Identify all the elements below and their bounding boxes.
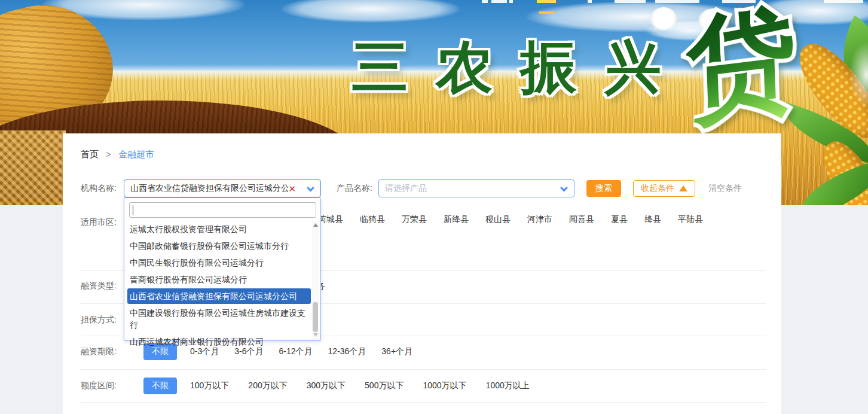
- search-button[interactable]: 搜索: [586, 180, 621, 197]
- term-option[interactable]: 36+个月: [381, 346, 412, 357]
- region-label: 适用市区:: [81, 217, 124, 228]
- amount-option[interactable]: 200万以下: [248, 380, 287, 391]
- dropdown-option[interactable]: 中国建设银行股份有限公司运城住房城市建设支行: [124, 305, 313, 333]
- product-select[interactable]: 请选择产品: [378, 179, 574, 197]
- content-panel: 首页 > 金融超市 机构名称: 山西省农业信贷融资担保有限公司运城分公司 ✕ 产…: [63, 133, 781, 414]
- region-option[interactable]: 万荣县: [402, 214, 427, 225]
- cloud-art: [281, 0, 460, 23]
- filter-row-search: 机构名称: 山西省农业信贷融资担保有限公司运城分公司 ✕ 产品名称: 请选择产品…: [63, 179, 781, 197]
- amount-options: 100万以下 200万以下 300万以下 500万以下 1000万以下 1000…: [190, 380, 549, 391]
- region-option[interactable]: 闻喜县: [569, 214, 594, 225]
- region-option[interactable]: 芮城县: [318, 214, 343, 225]
- product-name-label: 产品名称:: [337, 183, 378, 194]
- dropdown-option-selected[interactable]: 山西省农业信贷融资担保有限公司运城分公司: [127, 288, 311, 304]
- dropdown-option[interactable]: 山西运城农村商业银行股份有限公司: [124, 333, 313, 350]
- top-nav-item[interactable]: [482, 0, 488, 3]
- banner-title: 三农振兴: [352, 30, 689, 106]
- region-option[interactable]: 绛县: [644, 214, 661, 225]
- banner-accent-character: 贷 贷: [684, 0, 820, 145]
- dropdown-option[interactable]: 运城太行股权投资管理有限公司: [124, 221, 313, 238]
- breadcrumb-home-link[interactable]: 首页: [81, 149, 99, 159]
- amount-option[interactable]: 500万以下: [365, 380, 404, 391]
- region-option[interactable]: 新绛县: [444, 214, 469, 225]
- region-option[interactable]: 临猗县: [360, 214, 385, 225]
- scroll-up-arrow-icon[interactable]: [313, 223, 318, 227]
- basket-art: [0, 130, 66, 205]
- product-select-placeholder: 请选择产品: [385, 183, 561, 194]
- finance-type-label: 融资类型:: [81, 281, 124, 291]
- nav-active-underline: [539, 11, 555, 14]
- top-nav-item[interactable]: [655, 0, 699, 3]
- dropdown-option[interactable]: 中国民生银行股份有限公司运城分行: [124, 254, 313, 271]
- chevron-down-icon[interactable]: [560, 184, 568, 191]
- top-nav-item[interactable]: [491, 0, 507, 3]
- amount-option[interactable]: 1000万以下: [423, 380, 466, 391]
- breadcrumb: 首页 > 金融超市: [81, 149, 154, 160]
- dropdown-option[interactable]: 中国邮政储蓄银行股份有限公司运城市分行: [124, 238, 313, 254]
- region-option[interactable]: 稷山县: [485, 214, 511, 225]
- amount-label: 额度区间:: [81, 380, 124, 391]
- clear-conditions-button[interactable]: 清空条件: [708, 183, 742, 194]
- guarantee-label: 担保方式:: [81, 315, 124, 325]
- collapse-conditions-button[interactable]: 收起条件: [633, 180, 695, 197]
- top-nav-item-active[interactable]: [537, 0, 556, 3]
- region-option[interactable]: 平陆县: [678, 214, 703, 225]
- dropdown-option-list: 运城太行股权投资管理有限公司 中国邮政储蓄银行股份有限公司运城市分行 中国民生银…: [124, 221, 313, 350]
- amount-option[interactable]: 1000万以上: [486, 380, 530, 391]
- region-option[interactable]: 河津市: [527, 214, 552, 225]
- amount-option[interactable]: 100万以下: [190, 380, 229, 391]
- text-caret: [133, 205, 133, 215]
- top-nav-item[interactable]: [615, 0, 646, 3]
- clear-selection-icon[interactable]: ✕: [288, 184, 296, 193]
- scroll-down-arrow-icon[interactable]: [313, 333, 318, 337]
- breadcrumb-separator: >: [106, 149, 111, 159]
- dropdown-filter-input[interactable]: [129, 202, 316, 218]
- flower-art: [650, 7, 677, 30]
- region-options: 芮城县 临猗县 万荣县 新绛县 稷山县 河津市 闻喜县 夏县 绛县 平陆县: [318, 214, 703, 225]
- term-label: 融资期限:: [81, 346, 124, 357]
- amount-option[interactable]: 300万以下: [307, 380, 346, 391]
- org-select[interactable]: 山西省农业信贷融资担保有限公司运城分公司 ✕: [124, 179, 321, 197]
- scrollbar-thumb[interactable]: [313, 302, 318, 332]
- org-name-label: 机构名称:: [81, 183, 124, 194]
- org-select-dropdown: 运城太行股权投资管理有限公司 中国邮政储蓄银行股份有限公司运城市分行 中国民生银…: [124, 197, 321, 341]
- top-nav-item[interactable]: [509, 0, 513, 3]
- dropdown-scrollbar[interactable]: [312, 221, 319, 339]
- row-divider: [81, 402, 766, 403]
- triangle-up-icon: [679, 185, 687, 191]
- top-nav-item[interactable]: [588, 0, 592, 3]
- top-nav-item[interactable]: [824, 0, 863, 3]
- top-nav-item[interactable]: [722, 0, 756, 3]
- row-divider: [81, 369, 766, 370]
- region-option[interactable]: 夏县: [611, 214, 628, 225]
- breadcrumb-current[interactable]: 金融超市: [118, 149, 154, 159]
- filter-row-amount: 额度区间: 不限 100万以下 200万以下 300万以下 500万以下 100…: [63, 377, 781, 395]
- chevron-down-icon[interactable]: [307, 184, 314, 191]
- org-select-value: 山西省农业信贷融资担保有限公司运城分公司: [130, 183, 288, 194]
- amount-option-selected[interactable]: 不限: [143, 378, 177, 394]
- dropdown-option[interactable]: 晋商银行股份有限公司运城分行: [124, 271, 313, 288]
- term-option[interactable]: 12-36个月: [328, 346, 366, 357]
- collapse-button-label: 收起条件: [641, 183, 674, 194]
